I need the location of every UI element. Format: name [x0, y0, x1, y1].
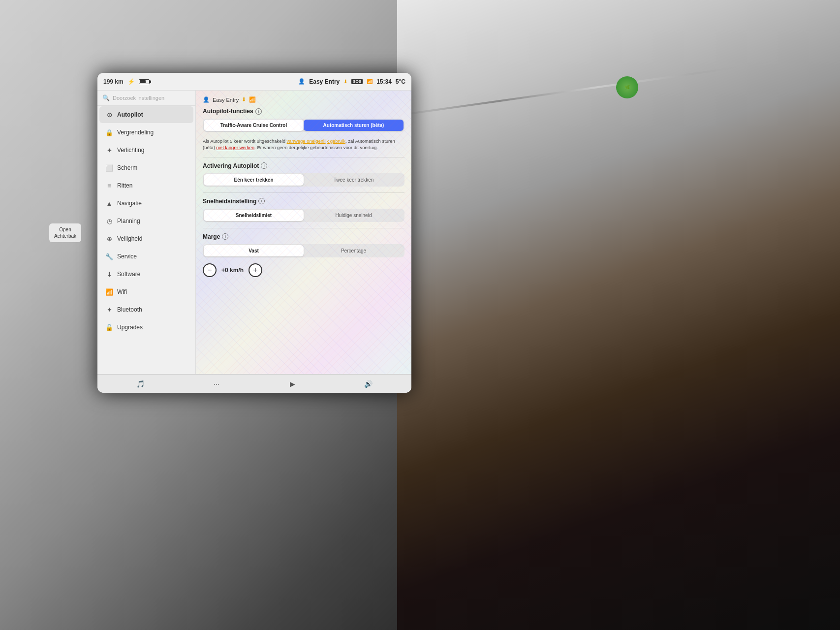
bottom-icon-1[interactable]: 🎵	[135, 378, 146, 389]
traffic-aware-btn[interactable]: Traffic-Aware Cruise Control	[204, 120, 304, 131]
user-icon-header: 👤	[298, 78, 305, 85]
sidebar-label-service: Service	[117, 253, 137, 260]
sidebar-label-vergrendeling: Vergrendeling	[117, 129, 154, 136]
speed-limit-btn[interactable]: Snelheidslimiet	[204, 210, 304, 221]
activation-section-title: Activering Autopilot i	[203, 162, 404, 169]
warning-text: Als Autopilot 5 keer wordt uitgeschakeld…	[203, 138, 404, 151]
trips-icon: ≡	[105, 182, 113, 189]
speed-decrease-btn[interactable]: −	[203, 263, 217, 277]
software-icon: ⬇	[105, 270, 113, 278]
sidebar-item-service[interactable]: 🔧 Service	[99, 248, 193, 265]
planning-icon: ◷	[105, 217, 113, 225]
speed-section-title: Snelheidsinstelling i	[203, 198, 404, 205]
sidebar-item-planning[interactable]: ◷ Planning	[99, 213, 193, 229]
charging-icon: ⚡	[127, 78, 135, 85]
upgrades-icon: 🔓	[105, 323, 113, 331]
time-display: 15:34	[376, 78, 392, 85]
speed-info-icon[interactable]: i	[258, 198, 265, 204]
sidebar-label-planning: Planning	[117, 218, 140, 224]
profile-name: Easy Entry	[213, 97, 239, 103]
divider-2	[203, 192, 404, 193]
activation-title-text: Activering Autopilot	[203, 162, 259, 169]
search-placeholder: Doorzoek instellingen	[113, 95, 164, 101]
search-icon: 🔍	[102, 94, 110, 101]
km-display: 199 km	[103, 78, 124, 85]
sidebar-label-bluetooth: Bluetooth	[117, 306, 142, 313]
sidebar-label-ritten: Ritten	[117, 182, 132, 189]
content-area: 👤 Easy Entry ⬇ 📶 Autopilot-functies i Tr…	[196, 91, 411, 374]
green-sticker: 🌿	[616, 76, 638, 98]
speed-value: +0 km/h	[221, 267, 244, 274]
open-trunk-btn[interactable]: Open Achterbak	[49, 223, 81, 242]
activation-btn-group: Eén keer trekken Twee keer trekken	[203, 173, 404, 187]
margin-title-text: Marge	[203, 233, 220, 240]
profile-icon: 👤	[203, 96, 210, 103]
speed-control: − +0 km/h +	[203, 263, 404, 277]
sidebar-label-navigatie: Navigatie	[117, 200, 142, 207]
margin-btn-group: Vast Percentage	[203, 244, 404, 257]
profile-bar: 👤 Easy Entry ⬇ 📶	[203, 96, 404, 103]
lock-icon: 🔒	[105, 128, 113, 136]
divider-3	[203, 228, 404, 228]
sidebar-item-veiligheid[interactable]: ⊕ Veiligheid	[99, 230, 193, 247]
bottom-icon-2[interactable]: ···	[211, 378, 222, 389]
two-pull-btn[interactable]: Twee keer trekken	[304, 174, 404, 186]
sos-badge: SOS	[351, 79, 363, 84]
search-bar[interactable]: 🔍 Doorzoek instellingen	[97, 91, 195, 106]
bottom-icon-speaker[interactable]: 🔊	[363, 378, 374, 389]
current-speed-btn[interactable]: Huidige snelheid	[304, 210, 404, 221]
sidebar-label-software: Software	[117, 271, 140, 278]
sidebar-item-software[interactable]: ⬇ Software	[99, 266, 193, 283]
one-pull-btn[interactable]: Eén keer trekken	[204, 174, 304, 186]
divider-1	[203, 157, 404, 158]
signal-icon: 📶	[367, 79, 373, 84]
sidebar-item-ritten[interactable]: ≡ Ritten	[99, 177, 193, 194]
autopilot-btn-group: Traffic-Aware Cruise Control Automatisch…	[203, 119, 404, 132]
sidebar-label-veiligheid: Veiligheid	[117, 235, 142, 242]
temp-display: 5°C	[396, 78, 405, 85]
autopilot-title-text: Autopilot-functies	[203, 108, 253, 115]
margin-info-icon[interactable]: i	[222, 233, 228, 240]
sidebar-label-scherm: Scherm	[117, 164, 137, 171]
activation-info-icon[interactable]: i	[261, 162, 267, 169]
autopilot-info-icon[interactable]: i	[255, 108, 262, 115]
sidebar-item-wifi[interactable]: 📶 Wifi	[99, 284, 193, 300]
left-panel: Open Achterbak	[30, 73, 101, 393]
speed-increase-btn[interactable]: +	[249, 263, 262, 277]
sidebar-item-upgrades[interactable]: 🔓 Upgrades	[99, 319, 193, 336]
bottom-bar: 🎵 ··· ▶ 🔊	[97, 374, 411, 393]
trunk-label: Achterbak	[54, 233, 76, 239]
fixed-btn[interactable]: Vast	[204, 245, 304, 256]
speed-btn-group: Snelheidslimiet Huidige snelheid	[203, 209, 404, 222]
safety-icon: ⊕	[105, 235, 113, 243]
sidebar: 🔍 Doorzoek instellingen ⊙ Autopilot 🔒 Ve…	[97, 91, 196, 374]
sidebar-item-navigatie[interactable]: ▲ Navigatie	[99, 195, 193, 212]
sidebar-item-autopilot[interactable]: ⊙ Autopilot	[99, 106, 193, 123]
header-username: Easy Entry	[309, 78, 340, 85]
profile-signal-icon: 📶	[249, 96, 256, 103]
percentage-btn[interactable]: Percentage	[304, 245, 404, 256]
service-icon: 🔧	[105, 252, 113, 260]
light-icon: ✦	[105, 146, 113, 154]
auto-steer-btn[interactable]: Automatisch sturen (bèta)	[304, 120, 404, 131]
screen-icon: ⬜	[105, 164, 113, 172]
autopilot-section-title: Autopilot-functies i	[203, 108, 404, 115]
sidebar-item-verlichting[interactable]: ✦ Verlichting	[99, 142, 193, 158]
sidebar-item-vergrendeling[interactable]: 🔒 Vergrendeling	[99, 124, 193, 141]
margin-section-title: Marge i	[203, 233, 404, 240]
sidebar-label-autopilot: Autopilot	[117, 111, 143, 118]
sidebar-label-wifi: Wifi	[117, 288, 127, 295]
sidebar-item-bluetooth[interactable]: ✦ Bluetooth	[99, 301, 193, 318]
profile-download-icon: ⬇	[242, 96, 246, 103]
bluetooth-icon: ✦	[105, 306, 113, 314]
tesla-screen: 199 km ⚡ 👤 Easy Entry ⬇ SOS 📶 15:34 5°C …	[97, 73, 411, 393]
status-bar: 199 km ⚡ 👤 Easy Entry ⬇ SOS 📶 15:34 5°C	[97, 73, 411, 91]
wifi-icon: 📶	[105, 288, 113, 296]
bottom-icon-3[interactable]: ▶	[287, 378, 298, 389]
autopilot-icon: ⊙	[105, 111, 113, 119]
charging-status-icon: ⬇	[343, 79, 347, 84]
speed-title-text: Snelheidsinstelling	[203, 198, 256, 205]
navigate-icon: ▲	[105, 199, 113, 207]
sidebar-item-scherm[interactable]: ⬜ Scherm	[99, 159, 193, 176]
open-label: Open	[59, 227, 71, 232]
